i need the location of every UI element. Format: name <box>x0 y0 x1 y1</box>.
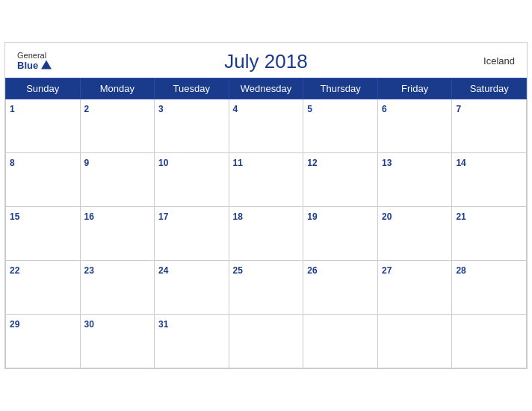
calendar-cell <box>303 315 378 368</box>
calendar-cell: 25 <box>229 261 303 315</box>
calendar-cell: 3 <box>155 99 229 153</box>
day-number: 13 <box>382 158 392 168</box>
header-sunday: Sunday <box>6 78 81 99</box>
calendar-cell <box>452 315 527 368</box>
logo-blue: Blue <box>17 59 52 70</box>
calendar-cell <box>229 315 303 368</box>
calendar-cell: 18 <box>229 207 303 261</box>
day-number: 26 <box>307 265 317 276</box>
calendar-cell: 10 <box>155 153 229 207</box>
calendar-cell: 1 <box>6 99 81 153</box>
day-number: 11 <box>233 158 243 168</box>
day-number: 28 <box>456 265 466 276</box>
day-number: 15 <box>10 211 19 222</box>
logo: General Blue <box>17 50 52 70</box>
calendar-cell: 28 <box>452 261 527 315</box>
calendar-cell: 11 <box>229 153 303 207</box>
day-number: 27 <box>382 265 392 276</box>
weekday-header-row: Sunday Monday Tuesday Wednesday Thursday… <box>6 78 527 99</box>
calendar-body: 1234567891011121314151617181920212223242… <box>6 99 527 368</box>
calendar-cell: 13 <box>377 153 451 207</box>
header-wednesday: Wednesday <box>229 78 303 99</box>
day-number: 6 <box>382 104 387 114</box>
calendar-cell: 9 <box>80 153 155 207</box>
calendar-cell: 5 <box>303 99 378 153</box>
calendar-grid: Sunday Monday Tuesday Wednesday Thursday… <box>5 78 527 368</box>
calendar-cell <box>377 315 451 368</box>
header-tuesday: Tuesday <box>155 78 229 99</box>
calendar-cell: 17 <box>155 207 229 261</box>
country-label: Iceland <box>483 55 515 66</box>
header-thursday: Thursday <box>303 78 378 99</box>
calendar-cell: 7 <box>452 99 527 153</box>
day-number: 18 <box>233 211 243 222</box>
logo-general: General <box>17 50 46 59</box>
calendar-cell: 19 <box>303 207 378 261</box>
day-number: 17 <box>158 211 168 222</box>
calendar-header: General Blue July 2018 Iceland <box>5 43 527 78</box>
calendar-cell: 26 <box>303 261 378 315</box>
calendar-cell: 22 <box>6 261 81 315</box>
day-number: 1 <box>10 104 15 114</box>
calendar-cell: 4 <box>229 99 303 153</box>
header-monday: Monday <box>80 78 155 99</box>
day-number: 8 <box>10 158 15 168</box>
week-row-3: 15161718192021 <box>6 207 527 261</box>
day-number: 16 <box>84 211 94 222</box>
logo-triangle-icon <box>41 61 52 69</box>
header-saturday: Saturday <box>452 78 527 99</box>
day-number: 3 <box>158 104 164 114</box>
calendar-cell: 14 <box>452 153 527 207</box>
calendar-cell: 21 <box>452 207 527 261</box>
calendar-cell: 16 <box>80 207 155 261</box>
calendar-container: General Blue July 2018 Iceland Sunday Mo… <box>4 42 528 369</box>
calendar-cell: 29 <box>6 315 81 368</box>
day-number: 31 <box>158 319 168 330</box>
day-number: 10 <box>158 158 168 168</box>
day-number: 2 <box>84 104 90 114</box>
day-number: 24 <box>158 265 168 276</box>
day-number: 19 <box>307 211 317 222</box>
day-number: 12 <box>307 158 317 168</box>
day-number: 9 <box>84 158 90 168</box>
week-row-2: 891011121314 <box>6 153 527 207</box>
day-number: 4 <box>233 104 238 114</box>
calendar-cell: 8 <box>6 153 81 207</box>
day-number: 21 <box>456 211 466 222</box>
calendar-cell: 20 <box>377 207 451 261</box>
calendar-cell: 30 <box>80 315 155 368</box>
calendar-cell: 27 <box>377 261 451 315</box>
day-number: 22 <box>10 265 19 276</box>
calendar-cell: 24 <box>155 261 229 315</box>
calendar-cell: 2 <box>80 99 155 153</box>
day-number: 20 <box>382 211 392 222</box>
day-number: 29 <box>10 319 19 330</box>
calendar-cell: 31 <box>155 315 229 368</box>
day-number: 23 <box>84 265 94 276</box>
calendar-title: July 2018 <box>224 50 307 73</box>
calendar-cell: 23 <box>80 261 155 315</box>
week-row-5: 293031 <box>6 315 527 368</box>
day-number: 14 <box>456 158 466 168</box>
calendar-cell: 15 <box>6 207 81 261</box>
day-number: 7 <box>456 104 461 114</box>
day-number: 5 <box>307 104 312 114</box>
calendar-cell: 6 <box>377 99 451 153</box>
day-number: 25 <box>233 265 243 276</box>
week-row-4: 22232425262728 <box>6 261 527 315</box>
week-row-1: 1234567 <box>6 99 527 153</box>
header-friday: Friday <box>377 78 451 99</box>
calendar-cell: 12 <box>303 153 378 207</box>
day-number: 30 <box>84 319 94 330</box>
